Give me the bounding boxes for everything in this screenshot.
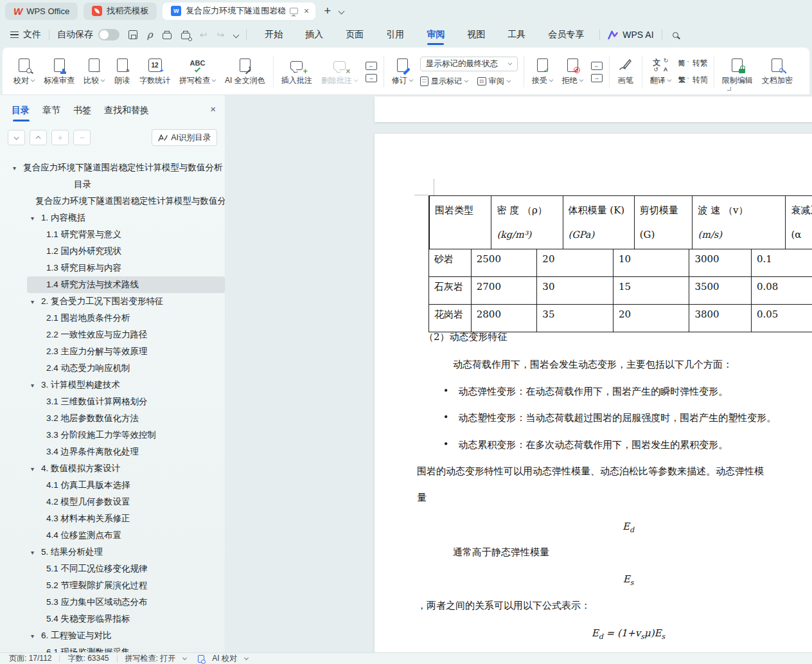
toc-collapse-icon[interactable]	[31, 210, 41, 227]
encrypt-document-button[interactable]: 文档加密	[757, 52, 797, 92]
ink-pen-button[interactable]: 画笔	[613, 52, 639, 92]
toc-item[interactable]: 复合应力环境下隧道围岩稳定性计算模型与数值分析	[0, 159, 225, 176]
toc-collapse-icon[interactable]	[31, 461, 41, 478]
toc-item[interactable]: 2. 复合受力工况下围岩变形特征	[0, 293, 225, 310]
toc-collapse-icon[interactable]	[13, 160, 23, 177]
toc-item[interactable]: 5.2 节理裂隙扩展演化过程	[0, 577, 225, 594]
toc-item[interactable]: 2.4 动态受力响应机制	[0, 360, 225, 377]
previous-comment-icon[interactable]: ←	[366, 62, 377, 70]
restrict-editing-button[interactable]: 限制编辑	[718, 52, 757, 92]
proofread-button[interactable]: 校对	[9, 52, 39, 92]
sidebar-tab[interactable]: 章节	[42, 105, 60, 121]
page-indicator[interactable]: 页面: 17/112	[9, 653, 51, 664]
file-menu[interactable]: 文件	[23, 29, 41, 40]
translate-button[interactable]: 文A↻↺ 翻译	[646, 52, 676, 92]
toc-item[interactable]: 3.3 分阶段施工力学等效控制	[0, 427, 225, 444]
toc-item[interactable]: 复合应力环境下隧道围岩稳定性计算模型与数值分析 ...	[0, 193, 225, 210]
ribbon-tab[interactable]: 会员专享	[547, 23, 585, 46]
print-preview-icon[interactable]	[181, 33, 190, 39]
export-pdf-icon[interactable]: ρ	[147, 29, 153, 40]
tab-docer-templates[interactable]: 找稻壳模板	[84, 3, 157, 20]
tab-current-document[interactable]: W 复合应力环境下隧道围岩稳定 ×	[163, 3, 315, 20]
accept-button[interactable]: ✓ 接受	[527, 52, 558, 92]
ribbon-tab[interactable]: 审阅	[425, 23, 446, 46]
toc-item[interactable]: 1. 内容概括	[0, 210, 225, 226]
ribbon-tab[interactable]: 开始	[263, 23, 284, 46]
ai-recognize-toc-button[interactable]: AI识别目录	[152, 129, 217, 146]
next-revision-icon[interactable]: →	[591, 74, 603, 82]
sidebar-tab[interactable]: 书签	[73, 105, 91, 121]
toc-item[interactable]: 6. 工程验证与对比	[0, 627, 225, 644]
wps-ai-button[interactable]: WPS AI	[608, 30, 653, 40]
close-tab-icon[interactable]: ×	[303, 6, 310, 16]
toc-item[interactable]: 6.1 现场监测数据采集	[0, 644, 225, 652]
toc-item[interactable]: 2.3 主应力分解与等效原理	[0, 343, 225, 360]
toc-item[interactable]: 5.1 不同工况位移变化规律	[0, 561, 225, 577]
search-icon[interactable]	[673, 32, 678, 38]
toc-item[interactable]: 5.4 失稳变形临界指标	[0, 611, 225, 627]
track-changes-button[interactable]: 修订	[387, 52, 418, 92]
customize-toolbar-chevron-icon[interactable]	[233, 31, 240, 38]
toc-item[interactable]: 4.2 模型几何参数设置	[0, 494, 225, 510]
ribbon-tab[interactable]: 插入	[304, 23, 324, 46]
spell-check-status[interactable]: 拼写检查: 打开	[125, 653, 176, 664]
toc-item[interactable]: 3.1 三维数值计算网格划分	[0, 393, 225, 410]
dropdown-caret-icon[interactable]	[244, 656, 249, 660]
ribbon-tab[interactable]: 引用	[385, 23, 405, 46]
dropdown-caret-icon[interactable]	[182, 656, 187, 660]
current-page[interactable]: 围岩类型 密 度 （ρ） (kg/m³) 体积模量 (K) (GPa) 剪切模量…	[375, 134, 812, 652]
print-icon[interactable]	[163, 33, 172, 39]
toc-item[interactable]: 2.2 一致性效应与应力路径	[0, 327, 225, 343]
sidebar-close-icon[interactable]: ×	[210, 103, 216, 118]
toc-collapse-all-button[interactable]	[8, 130, 25, 145]
reject-button[interactable]: 拒绝	[558, 52, 588, 92]
expand-group-icon[interactable]	[727, 87, 731, 91]
show-markup-button[interactable]: 显示标记	[420, 76, 468, 87]
review-pane-button[interactable]: ⊡ 审阅	[477, 76, 511, 87]
toc-item[interactable]: 1.2 国内外研究现状	[0, 243, 225, 260]
sidebar-tab[interactable]: 目录	[12, 105, 30, 121]
toc-item[interactable]: 4. 数值模拟方案设计	[0, 460, 225, 477]
toc-item[interactable]: 5.3 应力集中区域动态分布	[0, 594, 225, 611]
ai-polish-button[interactable]: AI 全文润色	[220, 52, 270, 92]
hamburger-icon[interactable]	[10, 31, 19, 39]
compare-button[interactable]: ↔ 比较	[79, 52, 109, 92]
toc-item[interactable]: 2.1 围岩地质条件分析	[0, 310, 225, 327]
toc-item[interactable]: 1.1 研究背景与意义	[0, 226, 225, 243]
ribbon-tab[interactable]: 视图	[466, 23, 486, 46]
read-aloud-button[interactable]: » 朗读	[109, 52, 135, 92]
redo-icon[interactable]: ↪	[217, 30, 225, 40]
toc-item[interactable]: 1.4 研究方法与技术路线	[0, 276, 225, 293]
ai-proofread-status[interactable]: AI 校对	[212, 653, 237, 664]
ribbon-tab[interactable]: 页面	[344, 23, 365, 46]
save-icon[interactable]	[128, 30, 137, 39]
new-tab-button[interactable]: +	[321, 4, 333, 18]
to-simplified-button[interactable]: 繁→ 转简	[678, 75, 708, 85]
to-traditional-button[interactable]: 简→ 转繁	[678, 58, 708, 69]
next-comment-icon[interactable]: →	[366, 74, 377, 82]
toc-collapse-icon[interactable]	[31, 377, 41, 394]
markup-state-select[interactable]: 显示标记的最终状态	[420, 57, 518, 71]
toc-item[interactable]: 3. 计算模型构建技术	[0, 377, 225, 393]
standard-review-button[interactable]: 标准审查	[39, 52, 79, 92]
ribbon-tab[interactable]: 工具	[506, 23, 527, 46]
toc-item[interactable]: 5. 结果分析处理	[0, 544, 225, 561]
word-count-indicator[interactable]: 字数: 63345	[67, 653, 109, 664]
toc-expand-all-button[interactable]	[30, 130, 47, 145]
word-count-button[interactable]: + 字数统计	[135, 52, 175, 92]
undo-icon[interactable]: ↩	[200, 30, 207, 40]
toc-item[interactable]: 1.3 研究目标与内容	[0, 260, 225, 276]
insert-comment-button[interactable]: + 插入批注	[277, 52, 317, 92]
monitor-icon[interactable]	[290, 8, 298, 14]
toc-item[interactable]: 3.4 边界条件离散化处理	[0, 444, 225, 460]
toc-item[interactable]: 3.2 地层参数数值化方法	[0, 410, 225, 427]
toc-collapse-icon[interactable]	[31, 544, 41, 561]
sidebar-tab[interactable]: 查找和替换	[104, 105, 149, 121]
document-canvas[interactable]: 围岩类型 密 度 （ρ） (kg/m³) 体积模量 (K) (GPa) 剪切模量…	[226, 95, 812, 652]
spell-check-button[interactable]: ABC 拼写检查	[175, 52, 220, 92]
tab-wps-home[interactable]: W WPS Office	[5, 3, 78, 20]
previous-revision-icon[interactable]: ←	[591, 62, 603, 70]
tab-list-chevron-icon[interactable]	[339, 8, 345, 14]
toc-collapse-icon[interactable]	[31, 628, 41, 645]
autosave-toggle[interactable]	[98, 29, 119, 40]
